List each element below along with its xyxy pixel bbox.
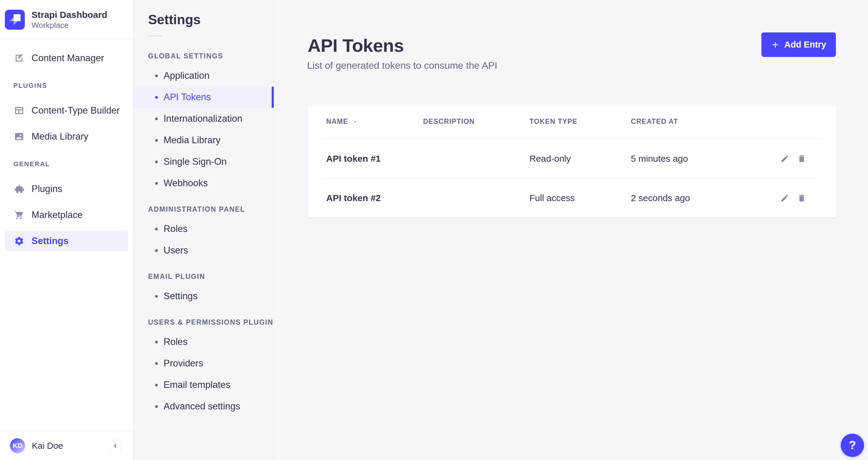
settings-item-admin-roles[interactable]: Roles [133, 218, 274, 240]
settings-item-label: API Tokens [163, 92, 211, 103]
settings-item-single-sign-on[interactable]: Single Sign-On [133, 151, 274, 172]
bullet-icon [155, 362, 158, 365]
trash-icon [797, 154, 806, 163]
main-nav: Content Manager PLUGINS Content-Type Bui… [0, 39, 133, 251]
settings-sidebar: Settings GLOBAL SETTINGS Application API… [133, 0, 274, 460]
page-title: API Tokens [308, 35, 404, 56]
media-library-icon [14, 131, 24, 142]
settings-item-label: Advanced settings [163, 401, 240, 412]
token-created-at: 2 seconds ago [631, 193, 780, 203]
nav-item-marketplace[interactable]: Marketplace [5, 205, 128, 225]
settings-item-label: Settings [163, 291, 197, 302]
avatar[interactable]: KD [10, 438, 25, 453]
settings-item-admin-users[interactable]: Users [133, 240, 274, 261]
nav-item-label: Settings [31, 236, 68, 246]
cart-icon [14, 210, 24, 220]
content-type-builder-icon [14, 105, 24, 116]
settings-item-internationalization[interactable]: Internationalization [133, 108, 274, 129]
nav-item-settings[interactable]: Settings [5, 231, 128, 251]
table-row[interactable]: API token #1 Read-only 5 minutes ago [308, 139, 837, 178]
main-sidebar: Strapi Dashboard Workplace Content Manag… [0, 0, 133, 460]
section-email-plugin: EMAIL PLUGIN [148, 273, 274, 281]
pencil-icon [780, 154, 789, 163]
settings-item-label: Webhooks [163, 178, 208, 189]
settings-item-label: Providers [163, 358, 203, 369]
token-created-at: 5 minutes ago [631, 154, 780, 164]
nav-item-plugins[interactable]: Plugins [5, 179, 128, 199]
settings-item-email-settings[interactable]: Settings [133, 285, 274, 307]
column-header-label: NAME [326, 118, 348, 126]
delete-token-button[interactable] [797, 193, 806, 203]
nav-section-plugins: PLUGINS [13, 82, 120, 90]
api-tokens-table: NAME DESCRIPTION TOKEN TYPE CREATED AT A… [308, 104, 837, 217]
row-actions [780, 154, 837, 163]
help-button[interactable]: ? [841, 434, 864, 457]
strapi-logo-icon [5, 10, 25, 30]
bullet-icon [155, 341, 158, 343]
bullet-icon [155, 74, 158, 77]
settings-item-label: Roles [163, 336, 187, 347]
settings-item-application[interactable]: Application [133, 65, 274, 86]
add-entry-label: Add Entry [784, 40, 826, 50]
table-header-row: NAME DESCRIPTION TOKEN TYPE CREATED AT [308, 104, 837, 139]
settings-item-webhooks[interactable]: Webhooks [133, 173, 274, 194]
token-name: API token #2 [326, 193, 423, 203]
workspace-brand[interactable]: Strapi Dashboard Workplace [0, 0, 133, 39]
column-header-name[interactable]: NAME [326, 118, 423, 126]
settings-item-media-library[interactable]: Media Library [133, 130, 274, 151]
bullet-icon [155, 160, 158, 163]
app-title: Strapi Dashboard [31, 9, 107, 21]
content-manager-icon [14, 53, 24, 63]
main-content: API Tokens List of generated tokens to c… [274, 0, 868, 460]
nav-item-label: Content Manager [31, 53, 104, 64]
edit-token-button[interactable] [780, 154, 789, 163]
plus-icon [771, 40, 780, 49]
settings-item-providers[interactable]: Providers [133, 353, 274, 374]
settings-item-label: Application [163, 70, 210, 81]
table-row[interactable]: API token #2 Full access 2 seconds ago [308, 178, 837, 217]
edit-token-button[interactable] [780, 193, 789, 203]
nav-item-content-manager[interactable]: Content Manager [5, 48, 128, 68]
nav-item-label: Media Library [31, 131, 88, 142]
collapse-sidebar-button[interactable] [110, 438, 121, 453]
column-header-description: DESCRIPTION [423, 118, 529, 126]
settings-item-up-roles[interactable]: Roles [133, 331, 274, 352]
gear-icon [14, 236, 24, 246]
settings-item-api-tokens[interactable]: API Tokens [133, 87, 274, 108]
column-header-token-type: TOKEN TYPE [529, 118, 631, 126]
bullet-icon [155, 118, 158, 120]
nav-section-general: GENERAL [13, 160, 120, 168]
nav-item-content-type-builder[interactable]: Content-Type Builder [5, 100, 128, 121]
settings-item-label: Email templates [163, 379, 230, 390]
user-footer: KD Kai Doe [0, 431, 133, 460]
row-actions [780, 193, 837, 203]
trash-icon [797, 193, 806, 203]
nav-item-label: Plugins [31, 184, 62, 194]
puzzle-icon [14, 184, 24, 194]
bullet-icon [155, 405, 158, 408]
token-type: Read-only [529, 154, 631, 164]
nav-item-label: Content-Type Builder [31, 105, 120, 116]
bullet-icon [155, 182, 158, 185]
sort-asc-icon [352, 119, 358, 124]
settings-item-label: Internationalization [163, 113, 242, 124]
chevron-left-icon [112, 443, 118, 449]
nav-item-media-library[interactable]: Media Library [5, 126, 128, 147]
settings-item-label: Single Sign-On [163, 156, 227, 167]
pencil-icon [780, 193, 789, 203]
settings-item-label: Roles [163, 223, 187, 235]
column-header-created-at: CREATED AT [631, 118, 837, 126]
bullet-icon [155, 228, 158, 231]
workspace-name: Workplace [31, 20, 107, 30]
add-entry-button[interactable]: Add Entry [762, 32, 836, 57]
token-type: Full access [529, 193, 631, 203]
section-global-settings: GLOBAL SETTINGS [148, 52, 274, 60]
settings-item-advanced-settings[interactable]: Advanced settings [133, 396, 274, 417]
token-name: API token #1 [326, 154, 423, 164]
title-divider [148, 35, 163, 36]
settings-item-email-templates[interactable]: Email templates [133, 374, 274, 396]
delete-token-button[interactable] [797, 154, 806, 163]
bullet-icon [155, 249, 158, 252]
settings-item-label: Users [163, 245, 188, 256]
user-name: Kai Doe [32, 441, 103, 451]
